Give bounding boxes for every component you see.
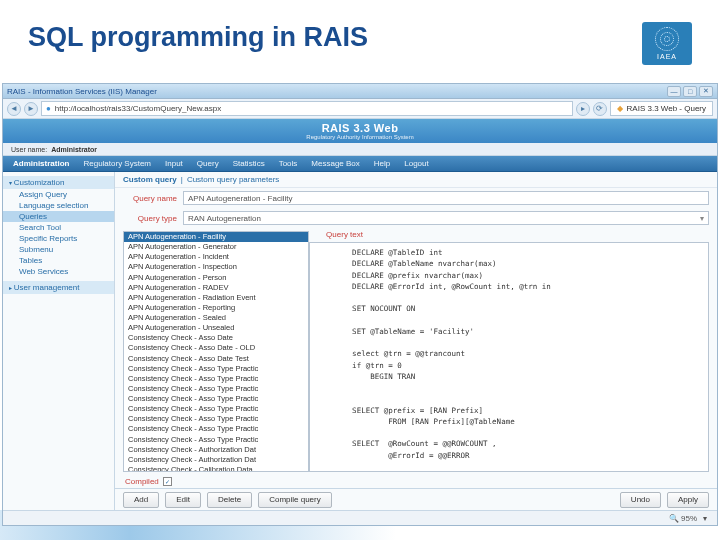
sidebar-item-specific-reports[interactable]: Specific Reports — [3, 233, 114, 244]
go-button[interactable]: ▸ — [576, 102, 590, 116]
sidebar-section-customization[interactable]: Customization — [3, 176, 114, 189]
label-query-text: Query text — [309, 228, 363, 239]
menu-input[interactable]: Input — [165, 159, 183, 168]
button-bar: Add Edit Delete Compile query Undo Apply — [115, 488, 717, 510]
address-bar[interactable]: ●http://localhost/rais33/CustomQuery_New… — [41, 101, 573, 116]
minimize-button[interactable]: — — [667, 86, 681, 97]
breadcrumb: Custom query | Custom query parameters — [115, 172, 717, 188]
query-name-input[interactable]: APN Autogeneration - Facility — [183, 191, 709, 205]
close-button[interactable]: ✕ — [699, 86, 713, 97]
sidebar-item-tables[interactable]: Tables — [3, 255, 114, 266]
list-item[interactable]: APN Autogeneration - Person — [124, 273, 308, 283]
menu-tools[interactable]: Tools — [279, 159, 298, 168]
list-item[interactable]: APN Autogeneration - Radiation Event — [124, 293, 308, 303]
add-button[interactable]: Add — [123, 492, 159, 508]
compile-button[interactable]: Compile query — [258, 492, 332, 508]
user-info: User name:Administrator — [3, 143, 717, 156]
query-text-editor[interactable]: DECLARE @TableID int DECLARE @TableName … — [309, 242, 709, 472]
refresh-button[interactable]: ⟳ — [593, 102, 607, 116]
globe-icon: ● — [46, 104, 51, 113]
query-list[interactable]: APN Autogeneration - FacilityAPN Autogen… — [123, 231, 309, 472]
list-item[interactable]: Consistency Check - Asso Type Practic — [124, 414, 308, 424]
sidebar-item-web-services[interactable]: Web Services — [3, 266, 114, 277]
sidebar-section-usermgmt[interactable]: User management — [3, 281, 114, 294]
list-item[interactable]: Consistency Check - Authorization Dat — [124, 445, 308, 455]
menu-help[interactable]: Help — [374, 159, 390, 168]
list-item[interactable]: APN Autogeneration - Sealed — [124, 313, 308, 323]
list-item[interactable]: APN Autogeneration - Unsealed — [124, 323, 308, 333]
back-button[interactable]: ◄ — [7, 102, 21, 116]
label-query-name: Query name — [123, 194, 177, 203]
window-titlebar: RAIS - Information Services (IIS) Manage… — [3, 84, 717, 99]
menu-query[interactable]: Query — [197, 159, 219, 168]
list-item[interactable]: Consistency Check - Calibration Data — [124, 465, 308, 472]
list-item[interactable]: APN Autogeneration - Facility — [124, 232, 308, 242]
list-item[interactable]: Consistency Check - Asso Type Practic — [124, 364, 308, 374]
sidebar-item-assign-query[interactable]: Assign Query — [3, 189, 114, 200]
browser-tab[interactable]: ◆RAIS 3.3 Web - Query — [610, 101, 713, 116]
delete-button[interactable]: Delete — [207, 492, 252, 508]
sidebar-item-language-selection[interactable]: Language selection — [3, 200, 114, 211]
slide-title: SQL programming in RAIS — [28, 22, 368, 53]
app-header: RAIS 3.3 Web Regulatory Authority Inform… — [3, 119, 717, 143]
list-item[interactable]: Consistency Check - Asso Date — [124, 333, 308, 343]
list-item[interactable]: Consistency Check - Authorization Dat — [124, 455, 308, 465]
list-item[interactable]: Consistency Check - Asso Type Practic — [124, 384, 308, 394]
maximize-button[interactable]: □ — [683, 86, 697, 97]
favicon-icon: ◆ — [617, 104, 623, 113]
list-item[interactable]: APN Autogeneration - RADEV — [124, 283, 308, 293]
undo-button[interactable]: Undo — [620, 492, 661, 508]
label-query-type: Query type — [123, 214, 177, 223]
menu-logout[interactable]: Logout — [404, 159, 428, 168]
query-type-select[interactable]: RAN Autogeneration — [183, 211, 709, 225]
sidebar-item-search-tool[interactable]: Search Tool — [3, 222, 114, 233]
menu-regulatory-system[interactable]: Regulatory System — [83, 159, 151, 168]
compiled-checkbox[interactable]: ✓ — [163, 477, 172, 486]
menu-administration[interactable]: Administration — [13, 159, 69, 168]
edit-button[interactable]: Edit — [165, 492, 201, 508]
list-item[interactable]: APN Autogeneration - Reporting — [124, 303, 308, 313]
list-item[interactable]: Consistency Check - Asso Type Practic — [124, 404, 308, 414]
list-item[interactable]: APN Autogeneration - Inspection — [124, 262, 308, 272]
forward-button[interactable]: ► — [24, 102, 38, 116]
menu-statistics[interactable]: Statistics — [233, 159, 265, 168]
browser-statusbar: 🔍 95%▾ — [3, 510, 717, 525]
list-item[interactable]: Consistency Check - Asso Date - OLD — [124, 343, 308, 353]
label-compiled: Compiled — [125, 477, 159, 486]
list-item[interactable]: Consistency Check - Asso Date Test — [124, 354, 308, 364]
list-item[interactable]: Consistency Check - Asso Type Practic — [124, 435, 308, 445]
list-item[interactable]: Consistency Check - Asso Type Practic — [124, 394, 308, 404]
sidebar: Customization Assign QueryLanguage selec… — [3, 172, 115, 510]
window-title: RAIS - Information Services (IIS) Manage… — [7, 87, 157, 96]
main-menu: AdministrationRegulatory SystemInputQuer… — [3, 156, 717, 172]
sidebar-item-submenu[interactable]: Submenu — [3, 244, 114, 255]
list-item[interactable]: Consistency Check - Asso Type Practic — [124, 424, 308, 434]
tab-custom-query-params[interactable]: Custom query parameters — [187, 175, 279, 184]
list-item[interactable]: APN Autogeneration - Incident — [124, 252, 308, 262]
zoom-indicator[interactable]: 🔍 95% — [669, 514, 697, 523]
list-item[interactable]: Consistency Check - Asso Type Practic — [124, 374, 308, 384]
iaea-logo: IAEA — [642, 22, 692, 65]
list-item[interactable]: APN Autogeneration - Generator — [124, 242, 308, 252]
menu-message-box[interactable]: Message Box — [311, 159, 359, 168]
tab-custom-query[interactable]: Custom query — [123, 175, 177, 184]
apply-button[interactable]: Apply — [667, 492, 709, 508]
atom-icon — [655, 27, 679, 51]
browser-window: RAIS - Information Services (IIS) Manage… — [2, 83, 718, 526]
sidebar-item-queries[interactable]: Queries — [3, 211, 114, 222]
